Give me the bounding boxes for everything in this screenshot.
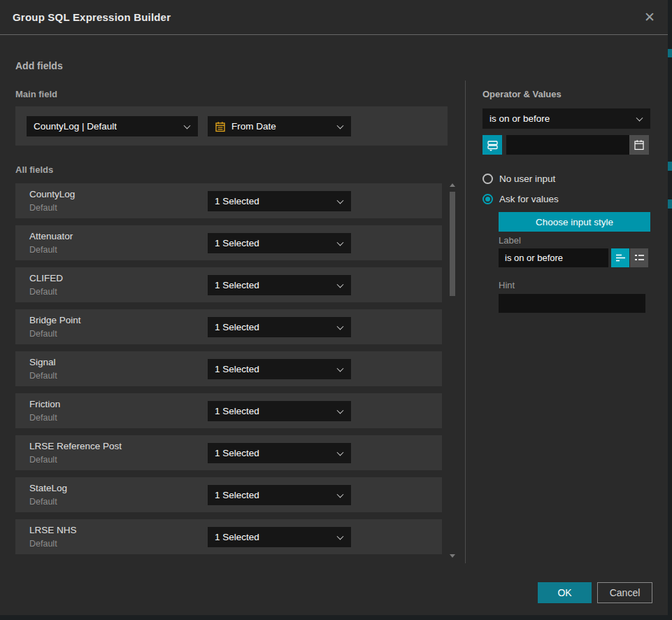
field-name: Attenuator: [29, 231, 73, 241]
field-name: Signal: [29, 357, 56, 367]
dialog-title: Group SQL Expression Builder: [13, 11, 171, 23]
field-selected-value: 1 Selected: [215, 532, 259, 542]
background-accent-mark: [668, 199, 672, 209]
operator-dropdown[interactable]: is on or before: [482, 108, 650, 129]
radio-no-user-input[interactable]: No user input: [482, 172, 555, 185]
field-subtitle: Default: [29, 287, 57, 297]
field-row: Bridge Point Default 1 Selected: [15, 309, 442, 344]
field-row: Signal Default 1 Selected: [15, 351, 442, 386]
chevron-down-icon: [337, 533, 344, 540]
bullet-list-icon: [634, 253, 645, 262]
field-selected-value: 1 Selected: [215, 406, 259, 416]
operator-dropdown-value: is on or before: [489, 113, 550, 124]
field-row: StateLog Default 1 Selected: [15, 477, 442, 512]
single-line-style-button[interactable]: [611, 248, 629, 267]
main-field-panel: CountyLog | Default From Date: [15, 106, 448, 146]
field-selected-dropdown[interactable]: 1 Selected: [208, 191, 351, 211]
field-selected-dropdown[interactable]: 1 Selected: [208, 485, 351, 505]
layer-dropdown[interactable]: CountyLog | Default: [27, 116, 198, 136]
main-field-dropdown-value: From Date: [231, 121, 276, 132]
dialog-title-bar: Group SQL Expression Builder ✕: [0, 0, 668, 35]
scrollbar-thumb[interactable]: [450, 192, 455, 296]
scrollbar-up-arrow[interactable]: [448, 182, 457, 188]
background-app-bottom-edge: [0, 615, 672, 620]
calendar-icon: [634, 139, 645, 150]
align-left-icon: [615, 253, 626, 262]
field-row: Attenuator Default 1 Selected: [15, 225, 442, 260]
field-selected-value: 1 Selected: [215, 322, 259, 332]
field-subtitle: Default: [29, 371, 57, 381]
field-selected-dropdown[interactable]: 1 Selected: [208, 443, 351, 463]
radio-ask-for-values[interactable]: Ask for values: [482, 192, 559, 205]
chevron-down-icon: [337, 407, 344, 414]
chevron-down-icon: [337, 122, 344, 129]
label-caption: Label: [499, 235, 521, 246]
value-input-row: [482, 135, 650, 155]
layer-dropdown-value: CountyLog | Default: [34, 121, 117, 132]
radio-label: Ask for values: [499, 194, 559, 204]
radio-icon: [482, 174, 493, 184]
cancel-button[interactable]: Cancel: [597, 582, 652, 603]
close-icon[interactable]: ✕: [641, 9, 658, 26]
field-name: LRSE NHS: [29, 525, 77, 535]
radio-label: No user input: [499, 174, 555, 184]
field-selected-dropdown[interactable]: 1 Selected: [208, 527, 351, 547]
field-selected-value: 1 Selected: [215, 280, 259, 290]
hint-caption: Hint: [499, 280, 515, 290]
field-selected-value: 1 Selected: [215, 238, 259, 248]
date-value-input[interactable]: [506, 135, 629, 155]
all-fields-list: CountyLog Default 1 Selected Attenuator …: [15, 183, 442, 561]
chevron-down-icon: [184, 122, 191, 129]
field-subtitle: Default: [29, 497, 57, 507]
main-field-dropdown[interactable]: From Date: [208, 116, 351, 136]
field-name: StateLog: [29, 483, 67, 493]
label-input[interactable]: [499, 248, 608, 267]
chevron-down-icon: [337, 449, 344, 456]
ok-button[interactable]: OK: [538, 582, 592, 603]
chevron-down-icon: [337, 365, 344, 372]
field-subtitle: Default: [29, 413, 57, 423]
column-divider: [465, 80, 466, 563]
add-fields-heading: Add fields: [15, 60, 63, 71]
field-subtitle: Default: [29, 245, 57, 255]
field-selected-dropdown[interactable]: 1 Selected: [208, 233, 351, 253]
main-field-heading: Main field: [15, 89, 57, 99]
unique-values-icon: [487, 139, 499, 151]
group-sql-expression-builder-dialog: Group SQL Expression Builder ✕ Add field…: [0, 0, 668, 615]
field-selected-value: 1 Selected: [215, 448, 259, 458]
radio-icon: [482, 194, 493, 204]
date-field-icon: [215, 121, 226, 132]
field-selected-value: 1 Selected: [215, 364, 259, 374]
calendar-picker-button[interactable]: [629, 135, 649, 155]
field-subtitle: Default: [29, 539, 57, 549]
field-selected-dropdown[interactable]: 1 Selected: [208, 359, 351, 379]
field-selected-dropdown[interactable]: 1 Selected: [208, 317, 351, 337]
field-name: LRSE Reference Post: [29, 441, 122, 451]
field-selected-dropdown[interactable]: 1 Selected: [208, 275, 351, 295]
all-fields-heading: All fields: [15, 164, 53, 175]
field-selected-value: 1 Selected: [215, 490, 259, 500]
field-name: CLIFED: [29, 273, 63, 283]
field-name: CountyLog: [29, 189, 75, 199]
chevron-down-icon: [337, 491, 344, 498]
hint-input[interactable]: [499, 294, 645, 313]
field-selected-dropdown[interactable]: 1 Selected: [208, 401, 351, 421]
operator-values-heading: Operator & Values: [482, 89, 562, 99]
chevron-down-icon: [337, 323, 344, 330]
field-subtitle: Default: [29, 203, 57, 213]
choose-input-style-button[interactable]: Choose input style: [499, 212, 650, 232]
chevron-down-icon: [337, 281, 344, 288]
scrollbar-down-arrow[interactable]: [448, 553, 457, 558]
background-accent-mark: [668, 162, 672, 171]
field-subtitle: Default: [29, 329, 57, 339]
field-selected-value: 1 Selected: [215, 196, 259, 206]
field-row: CountyLog Default 1 Selected: [15, 183, 442, 218]
field-row: LRSE NHS Default 1 Selected: [15, 519, 442, 554]
list-style-button[interactable]: [630, 248, 648, 267]
field-row: Friction Default 1 Selected: [15, 393, 442, 428]
get-values-button[interactable]: [482, 135, 502, 155]
chevron-down-icon: [337, 239, 344, 246]
field-subtitle: Default: [29, 455, 57, 465]
chevron-down-icon: [636, 114, 643, 121]
field-row: CLIFED Default 1 Selected: [15, 267, 442, 302]
